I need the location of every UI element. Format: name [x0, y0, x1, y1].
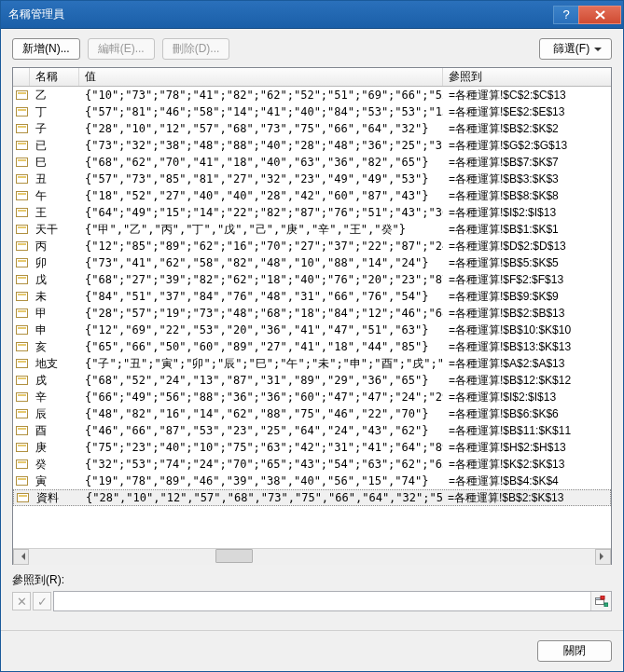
row-value: {"18","52","27","40","40","28","42","60"…: [79, 189, 443, 202]
row-ref: =各種運算!$B$6:$K$6: [443, 406, 611, 422]
scroll-thumb[interactable]: [215, 549, 253, 563]
col-value[interactable]: 值: [79, 68, 443, 86]
row-value: {"68","62","70","41","18","40","63","36"…: [79, 156, 443, 169]
name-manager-window: 名稱管理員 ? 新增(N)... 編輯(E)... 刪除(D)... 篩選(F)…: [0, 0, 624, 672]
refers-to-label: 參照到(R):: [12, 572, 612, 588]
row-value: {"73","41","62","58","82","48","10","88"…: [79, 256, 443, 269]
table-row[interactable]: 子{"28","10","12","57","68","73","75","66…: [13, 120, 611, 137]
table-row[interactable]: 天干{"甲","乙","丙","丁","戊","己","庚","辛","王","…: [13, 221, 611, 238]
svg-rect-2: [601, 596, 604, 599]
table-row[interactable]: 申{"12","69","22","53","20","36","41","47…: [13, 322, 611, 338]
delete-button[interactable]: 刪除(D)...: [162, 38, 230, 60]
table-row[interactable]: 丁{"57";"81";"46";"58";"14";"41";"40";"84…: [13, 103, 611, 120]
table-row[interactable]: 地支{"子";"丑";"寅";"卯";"辰";"巳";"午";"未";"申";"…: [13, 355, 611, 372]
help-button[interactable]: ?: [553, 6, 579, 24]
row-ref: =各種運算!$B$13:$K$13: [443, 339, 611, 355]
row-name: 癸: [30, 457, 79, 473]
row-name: 巳: [30, 155, 79, 171]
table-row[interactable]: 王{"64";"49";"15";"14";"22";"82";"87";"76…: [13, 204, 611, 221]
row-ref: =各種運算!$B$11:$K$11: [443, 423, 611, 439]
table-row[interactable]: 巳{"68","62","70","41","18","40","63","36…: [13, 154, 611, 171]
list-body[interactable]: 乙{"10";"73";"78";"41";"82";"62";"52";"51…: [13, 87, 611, 548]
table-row[interactable]: 辛{"66";"49";"56";"88";"36";"36";"60";"47…: [13, 389, 611, 405]
refers-to-input-wrap: [53, 591, 612, 611]
row-name: 申: [30, 322, 79, 338]
table-row[interactable]: 辰{"48","82","16","14","62","88","75","46…: [13, 405, 611, 422]
row-ref: =各種運算!$K$2:$K$13: [443, 457, 611, 473]
row-name: 辛: [30, 390, 79, 405]
row-value: {"10";"73";"78";"41";"82";"62";"52";"51"…: [79, 89, 443, 102]
names-list: 名稱 值 參照到 乙{"10";"73";"78";"41";"82";"62"…: [12, 67, 612, 565]
row-name: 庚: [30, 440, 79, 456]
table-row[interactable]: 癸{"32";"53";"74";"24";"70";"65";"43";"54…: [13, 456, 611, 473]
scroll-left-button[interactable]: [13, 549, 29, 565]
name-icon: [13, 325, 30, 335]
row-value: {"28","10","12","57","68","73","75","66"…: [80, 491, 442, 504]
cancel-ref-button[interactable]: ✕: [12, 592, 31, 610]
table-row[interactable]: 午{"18","52","27","40","40","28","42","60…: [13, 187, 611, 204]
row-value: {"32";"53";"74";"24";"70";"65";"43";"54"…: [79, 458, 443, 471]
table-row[interactable]: 丙{"12";"85";"89";"62";"16";"70";"27";"37…: [13, 238, 611, 254]
range-picker-icon: [595, 596, 608, 607]
row-name: 亥: [30, 339, 79, 355]
row-ref: =各種運算!$B$12:$K$12: [443, 373, 611, 389]
row-ref: =各種運算!$B$8:$K$8: [443, 188, 611, 204]
name-icon: [13, 208, 30, 217]
filter-label: 篩選(F): [553, 41, 589, 57]
table-row[interactable]: 已{"73";"32";"38";"48";"88";"40";"28";"48…: [13, 137, 611, 154]
row-ref: =各種運算!$B$3:$K$3: [443, 171, 611, 187]
name-icon: [13, 174, 30, 184]
col-name[interactable]: 名稱: [30, 68, 79, 86]
name-icon: [13, 443, 30, 452]
row-name: 戌: [30, 373, 79, 389]
row-ref: =各種運算!$F$2:$F$13: [443, 272, 611, 288]
row-value: {"12";"85";"89";"62";"16";"70";"27";"37"…: [79, 240, 443, 253]
row-value: {"65","66","50","60","89","27","41","18"…: [79, 340, 443, 353]
name-icon: [13, 241, 30, 251]
dialog-footer: 關閉: [1, 630, 623, 671]
table-row[interactable]: 丑{"57","73","85","81","27","32","23","49…: [13, 171, 611, 187]
table-row[interactable]: 乙{"10";"73";"78";"41";"82";"62";"52";"51…: [13, 87, 611, 103]
table-row[interactable]: 未{"84","51","37","84","76","48","31","66…: [13, 288, 611, 305]
range-picker-button[interactable]: [590, 592, 611, 610]
table-row[interactable]: 卯{"73","41","62","58","82","48","10","88…: [13, 254, 611, 271]
scroll-track[interactable]: [29, 549, 595, 565]
close-button[interactable]: 關閉: [537, 640, 612, 662]
refers-to-input[interactable]: [54, 592, 590, 610]
row-name: 子: [30, 121, 79, 137]
table-row[interactable]: 庚{"75";"23";"40";"10";"75";"63";"42";"31…: [13, 439, 611, 456]
new-button[interactable]: 新增(N)...: [12, 38, 80, 60]
edit-button[interactable]: 編輯(E)...: [88, 38, 155, 60]
row-value: {"甲","乙","丙","丁","戊","己","庚","辛","王","癸"…: [79, 222, 443, 238]
name-icon: [13, 275, 30, 284]
row-value: {"48","82","16","14","62","88","75","46"…: [79, 407, 443, 420]
table-row[interactable]: 甲{"28";"57";"19";"73";"48";"68";"18";"84…: [13, 305, 611, 322]
horizontal-scrollbar[interactable]: [13, 548, 611, 564]
table-row[interactable]: 戊{"68";"27";"39";"82";"62";"18";"40";"76…: [13, 271, 611, 288]
row-value: {"57";"81";"46";"58";"14";"41";"40";"84"…: [79, 105, 443, 118]
table-row[interactable]: 酉{"46","66","87","53","23","25","64","24…: [13, 422, 611, 439]
table-row[interactable]: 寅{"19","78","89","46","39","38","40","56…: [13, 473, 611, 489]
table-row[interactable]: 資料{"28","10","12","57","68","73","75","6…: [13, 489, 611, 506]
name-icon: [13, 90, 30, 100]
svg-rect-3: [604, 603, 608, 607]
filter-button[interactable]: 篩選(F): [539, 38, 612, 60]
close-window-button[interactable]: [578, 6, 621, 24]
scroll-right-button[interactable]: [595, 549, 611, 565]
row-ref: =各種運算!$A$2:$A$13: [443, 356, 611, 372]
col-icon[interactable]: [13, 68, 30, 86]
row-name: 寅: [30, 473, 79, 489]
col-ref[interactable]: 參照到: [443, 68, 611, 86]
row-ref: =各種運算!$B$9:$K$9: [443, 289, 611, 305]
row-name: 丁: [30, 104, 79, 120]
row-name: 卯: [30, 255, 79, 271]
name-icon: [14, 493, 31, 502]
titlebar: 名稱管理員 ?: [1, 1, 623, 29]
accept-ref-button[interactable]: ✓: [33, 592, 51, 610]
name-icon: [13, 359, 30, 368]
row-name: 丙: [30, 239, 79, 254]
table-row[interactable]: 戌{"68","52","24","13","87","31","89","29…: [13, 372, 611, 389]
name-icon: [13, 292, 30, 301]
row-value: {"73";"32";"38";"48";"88";"40";"28";"48"…: [79, 139, 443, 152]
table-row[interactable]: 亥{"65","66","50","60","89","27","41","18…: [13, 338, 611, 355]
